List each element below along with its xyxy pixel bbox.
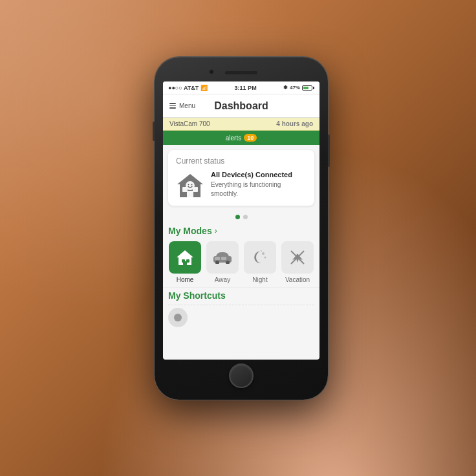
house-icon — [176, 171, 204, 199]
battery-percent: 47% — [290, 85, 300, 91]
svg-point-17 — [265, 257, 266, 259]
shortcut-item-1[interactable] — [168, 305, 314, 330]
background-scene: ●●○○ AT&T 📶 3:11 PM ✱ 47% — [0, 0, 476, 476]
hamburger-icon — [169, 103, 176, 109]
phone-device: ●●○○ AT&T 📶 3:11 PM ✱ 47% — [155, 57, 328, 400]
status-right: ✱ 47% — [283, 85, 314, 91]
svg-point-16 — [262, 252, 265, 255]
alerts-label: alerts — [226, 135, 241, 142]
mode-vacation-icon-wrap — [281, 241, 314, 274]
modes-header[interactable]: My Modes › — [168, 226, 314, 236]
home-mode-icon — [176, 249, 194, 266]
modes-section: My Modes › — [163, 223, 319, 287]
svg-rect-15 — [221, 257, 226, 260]
bluetooth-icon: ✱ — [283, 85, 288, 91]
shortcuts-title: My Shortcuts — [168, 290, 314, 301]
alerts-bar[interactable]: alerts 10 — [163, 131, 319, 145]
mode-away-icon-wrap — [206, 241, 239, 274]
mode-away[interactable]: Away — [206, 241, 239, 283]
svg-rect-10 — [183, 261, 187, 265]
svg-point-4 — [186, 181, 195, 190]
battery-body — [302, 85, 312, 91]
status-time: 3:11 PM — [235, 85, 257, 91]
mode-away-label: Away — [215, 276, 230, 283]
phone-camera — [209, 69, 214, 74]
dot-1[interactable] — [235, 215, 240, 219]
phone-speaker — [225, 71, 257, 74]
mode-home-label: Home — [177, 276, 194, 283]
shortcut-icon-svg — [173, 312, 183, 323]
status-card-title: Current status — [176, 157, 307, 166]
modes-chevron: › — [215, 226, 217, 235]
current-status-card: Current status — [168, 150, 314, 206]
menu-button[interactable]: Menu — [169, 102, 195, 109]
mode-night-label: Night — [252, 276, 267, 283]
svg-point-18 — [261, 250, 262, 252]
svg-point-6 — [191, 184, 193, 186]
shortcut-icon-1 — [168, 308, 188, 327]
svg-point-21 — [174, 314, 182, 321]
alert-device-name: VistaCam 700 — [169, 120, 210, 127]
status-heading: All Device(s) Connected — [211, 171, 307, 178]
modes-grid: Home — [168, 241, 314, 283]
carousel-dots — [163, 211, 319, 223]
battery-fill — [303, 87, 308, 89]
mode-vacation-label: Vacation — [285, 276, 310, 283]
wifi-icon: 📶 — [200, 85, 208, 91]
status-card-content: All Device(s) Connected Everything is fu… — [176, 171, 307, 199]
battery-icon — [302, 85, 314, 91]
shortcuts-section: My Shortcuts — [163, 287, 319, 332]
mode-night[interactable]: Night — [243, 241, 277, 283]
house-icon-wrap — [176, 171, 204, 199]
svg-point-5 — [188, 184, 189, 186]
menu-label: Menu — [179, 102, 195, 109]
alert-banner[interactable]: VistaCam 700 4 hours ago — [163, 118, 319, 131]
phone-home-button[interactable] — [229, 363, 254, 388]
status-description: Everything is functioning smoothly. — [211, 180, 307, 199]
vacation-mode-icon — [288, 248, 307, 266]
status-left: ●●○○ AT&T 📶 — [168, 85, 208, 91]
svg-rect-3 — [187, 191, 193, 197]
away-mode-icon — [212, 251, 233, 264]
phone-shell: ●●○○ AT&T 📶 3:11 PM ✱ 47% — [155, 57, 328, 400]
status-bar: ●●○○ AT&T 📶 3:11 PM ✱ 47% — [163, 81, 319, 94]
alerts-count-badge: 10 — [244, 134, 257, 142]
mode-vacation[interactable]: Vacation — [281, 241, 314, 283]
status-card-text: All Device(s) Connected Everything is fu… — [211, 171, 307, 199]
dashboard-title: Dashboard — [195, 100, 287, 112]
mode-night-icon-wrap — [244, 241, 276, 274]
carrier-text: ●●○○ AT&T — [168, 85, 199, 91]
night-mode-icon — [252, 249, 268, 266]
phone-top-bar — [155, 62, 328, 81]
alert-time-ago: 4 hours ago — [276, 120, 313, 127]
mode-home[interactable]: Home — [168, 241, 202, 283]
modes-title: My Modes — [168, 226, 212, 236]
battery-tip — [313, 87, 314, 89]
dot-2[interactable] — [243, 215, 248, 219]
svg-rect-14 — [215, 257, 220, 260]
phone-screen: ●●○○ AT&T 📶 3:11 PM ✱ 47% — [163, 81, 319, 360]
mode-home-icon-wrap — [169, 241, 201, 274]
app-navbar: Menu Dashboard — [163, 94, 319, 118]
